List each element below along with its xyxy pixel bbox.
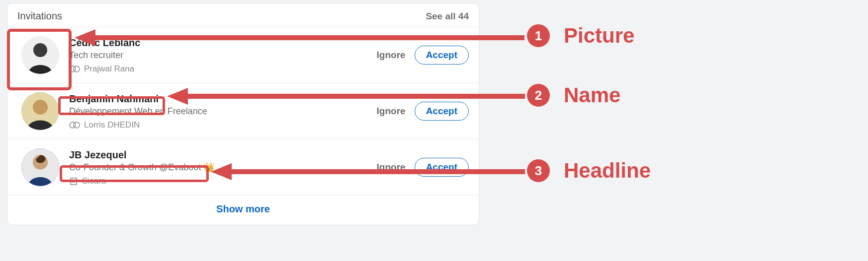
- invitation-list: Cédric Leblanc Tech recruiter Prajwal Ra…: [7, 27, 479, 195]
- accept-button[interactable]: Accept: [415, 46, 469, 65]
- person-name[interactable]: Benjamin Nahmani: [69, 92, 367, 105]
- annotation-callout-picture: 1 Picture: [527, 24, 634, 48]
- mutual-name: Lorris DHEDIN: [84, 120, 140, 130]
- card-title: Invitations: [17, 10, 62, 22]
- svg-point-1: [33, 43, 47, 57]
- annotation-label: Picture: [564, 24, 634, 48]
- company-icon: [69, 177, 78, 186]
- mutual-connections: Prajwal Rana: [69, 64, 367, 74]
- mutual-connections: Sicara: [69, 176, 367, 186]
- mutual-connections: Lorris DHEDIN: [69, 120, 367, 130]
- invitation-row: Benjamin Nahmani Développement Web en Fr…: [7, 83, 479, 139]
- svg-point-7: [74, 122, 80, 128]
- ignore-button[interactable]: Ignore: [377, 50, 406, 61]
- ignore-button[interactable]: Ignore: [377, 106, 406, 117]
- svg-point-5: [33, 100, 48, 115]
- see-all-link[interactable]: See all 44: [426, 11, 469, 22]
- mutual-name: Prajwal Rana: [84, 64, 134, 74]
- svg-rect-11: [72, 180, 73, 181]
- avatar[interactable]: [21, 36, 59, 74]
- annotation-callout-name: 2 Name: [527, 83, 620, 107]
- card-header: Invitations See all 44: [7, 3, 479, 27]
- row-actions: Ignore Accept: [377, 102, 469, 121]
- person-headline: Développement Web en Freelance: [69, 105, 367, 118]
- accept-button[interactable]: Accept: [415, 158, 469, 177]
- svg-rect-12: [74, 180, 75, 181]
- annotation-callout-headline: 3 Headline: [527, 159, 651, 183]
- person-headline: Tech recruiter: [69, 49, 367, 62]
- svg-rect-14: [74, 182, 75, 183]
- avatar[interactable]: [21, 148, 59, 186]
- row-actions: Ignore Accept: [377, 46, 469, 65]
- svg-rect-10: [71, 178, 77, 185]
- person-name[interactable]: Cédric Leblanc: [69, 36, 367, 49]
- avatar[interactable]: [21, 92, 59, 130]
- invitation-row: JB Jezequel Co-Founder & Growth @Evaboot…: [7, 139, 479, 195]
- ignore-button[interactable]: Ignore: [377, 162, 406, 173]
- person-headline: Co-Founder & Growth @Evaboot 👑: [69, 161, 367, 174]
- mutual-name: Sicara: [82, 176, 106, 186]
- invitation-row: Cédric Leblanc Tech recruiter Prajwal Ra…: [7, 27, 479, 83]
- invitation-info: JB Jezequel Co-Founder & Growth @Evaboot…: [69, 148, 367, 186]
- mutual-connections-icon: [69, 65, 80, 72]
- invitation-info: Cédric Leblanc Tech recruiter Prajwal Ra…: [69, 36, 367, 73]
- svg-rect-13: [72, 182, 73, 183]
- annotation-number: 2: [527, 84, 550, 107]
- annotation-label: Headline: [564, 159, 651, 183]
- invitations-card: Invitations See all 44 Cédric Leblanc Te…: [7, 3, 479, 225]
- annotation-number: 3: [527, 159, 550, 182]
- annotation-number: 1: [527, 24, 550, 47]
- person-name[interactable]: JB Jezequel: [69, 148, 367, 161]
- invitation-info: Benjamin Nahmani Développement Web en Fr…: [69, 92, 367, 130]
- annotation-label: Name: [564, 83, 620, 107]
- mutual-connections-icon: [69, 122, 80, 129]
- row-actions: Ignore Accept: [377, 158, 469, 177]
- show-more-button[interactable]: Show more: [7, 195, 479, 225]
- svg-point-3: [74, 66, 80, 72]
- accept-button[interactable]: Accept: [415, 102, 469, 121]
